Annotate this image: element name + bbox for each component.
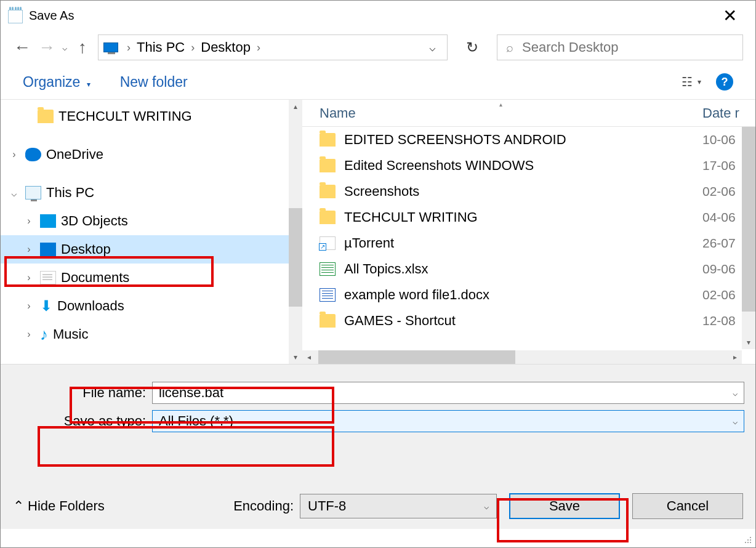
scroll-thumb[interactable] (289, 208, 302, 307)
cancel-button[interactable]: Cancel (632, 493, 743, 519)
help-icon[interactable]: ? (716, 73, 733, 91)
tree-item-3dobjects[interactable]: › 3D Objects (1, 207, 302, 235)
computer-icon (25, 186, 41, 199)
hide-folders-button[interactable]: ⌃ Hide Folders (13, 498, 105, 514)
tree-item-techcult[interactable]: TECHCULT WRITING (1, 102, 302, 131)
forward-icon[interactable]: → (38, 38, 56, 57)
tree-item-documents[interactable]: › Documents (1, 264, 302, 292)
tree-item-onedrive[interactable]: › OneDrive (1, 140, 302, 169)
new-folder-button[interactable]: New folder (120, 74, 188, 91)
chevron-right-icon[interactable]: › (253, 41, 264, 54)
up-icon[interactable]: ↑ (73, 38, 92, 57)
scroll-thumb[interactable] (318, 350, 515, 364)
folder-icon (38, 110, 54, 123)
back-icon[interactable]: ← (13, 38, 31, 57)
scroll-right-icon[interactable]: ▸ (728, 353, 742, 361)
monitor-icon (103, 42, 118, 52)
chevron-right-icon[interactable]: › (123, 41, 134, 54)
file-name: EDITED SCREENSHOTS ANDROID (344, 132, 702, 148)
filename-input[interactable]: license.bat ⌵ (152, 382, 744, 404)
search-box[interactable]: ⌕ (497, 34, 743, 60)
history-dropdown-icon[interactable]: ⌵ (62, 42, 67, 52)
file-row[interactable]: Edited Screenshots WINDOWS 17-06 (302, 153, 755, 179)
expand-icon[interactable]: › (23, 329, 35, 340)
view-options-button[interactable]: ☷ ▾ (682, 75, 701, 89)
address-bar[interactable]: › This PC › Desktop › ⌵ (98, 34, 448, 60)
tree-item-music[interactable]: › ♪ Music (1, 320, 302, 349)
file-icon (320, 159, 336, 172)
scroll-down-icon[interactable]: ▾ (742, 336, 755, 349)
combo-dropdown-icon[interactable]: ⌵ (484, 501, 489, 511)
file-name: Edited Screenshots WINDOWS (344, 158, 702, 174)
file-row[interactable]: µTorrent 26-07 (302, 230, 755, 256)
scroll-down-icon[interactable]: ▾ (289, 350, 302, 364)
breadcrumb-this-pc[interactable]: This PC (134, 39, 187, 55)
title-bar: Save As ✕ (1, 1, 755, 30)
address-dropdown-icon[interactable]: ⌵ (423, 41, 442, 54)
resize-grip-icon[interactable] (743, 535, 753, 545)
file-row[interactable]: Screenshots 02-06 (302, 179, 755, 204)
file-icon (320, 133, 336, 147)
toolbar: Organize ▾ New folder ☷ ▾ ? (1, 65, 755, 99)
breadcrumb-desktop[interactable]: Desktop (198, 39, 253, 55)
save-form: File name: license.bat ⌵ Save as type: A… (1, 364, 755, 529)
file-row[interactable]: All Topics.xlsx 09-06 (302, 256, 755, 282)
download-icon: ⬇ (40, 299, 52, 313)
file-list: ▴ Name Date r EDITED SCREENSHOTS ANDROID… (302, 100, 755, 364)
file-icon (320, 314, 336, 328)
refresh-icon[interactable]: ↻ (460, 39, 485, 56)
combo-dropdown-icon[interactable]: ⌵ (733, 388, 738, 398)
expand-icon[interactable]: › (23, 216, 35, 227)
file-name: TECHCULT WRITING (344, 209, 702, 225)
file-icon (320, 211, 336, 224)
expand-icon[interactable]: › (23, 244, 35, 255)
column-name[interactable]: Name (320, 105, 702, 121)
scroll-left-icon[interactable]: ◂ (302, 353, 316, 361)
caret-down-icon: ▾ (87, 80, 90, 89)
column-date[interactable]: Date r (702, 105, 755, 121)
scroll-thumb[interactable] (742, 127, 755, 312)
file-row[interactable]: TECHCULT WRITING 04-06 (302, 204, 755, 230)
file-icon (320, 262, 336, 276)
tree-label: Downloads (57, 298, 124, 314)
file-row[interactable]: EDITED SCREENSHOTS ANDROID 10-06 (302, 127, 755, 153)
tree-item-desktop[interactable]: › Desktop (1, 235, 302, 264)
expand-icon[interactable]: › (23, 300, 35, 312)
cube-icon (40, 214, 56, 228)
collapse-icon[interactable]: ⌵ (8, 187, 20, 199)
notepad-icon (8, 7, 23, 24)
scroll-up-icon[interactable]: ▴ (289, 100, 302, 113)
expand-icon[interactable]: › (8, 149, 20, 160)
savetype-select[interactable]: All Files (*.*) ⌵ (152, 410, 744, 432)
savetype-label: Save as type: (1, 413, 152, 429)
tree-label: OneDrive (46, 147, 103, 163)
save-button[interactable]: Save (509, 493, 620, 519)
file-hscrollbar[interactable]: ◂ ▸ (302, 350, 742, 364)
tree-item-downloads[interactable]: › ⬇ Downloads (1, 292, 302, 320)
tree-scrollbar[interactable]: ▴ ▾ (289, 100, 302, 364)
file-icon (320, 236, 336, 250)
encoding-select[interactable]: UTF-8 ⌵ (300, 494, 497, 518)
music-icon: ♪ (40, 328, 48, 341)
expand-icon[interactable]: › (23, 272, 35, 283)
sort-indicator-icon: ▴ (499, 101, 502, 108)
organize-button[interactable]: Organize ▾ (23, 74, 90, 91)
search-icon: ⌕ (506, 41, 513, 55)
close-icon[interactable]: ✕ (712, 6, 748, 26)
encoding-label: Encoding: (233, 498, 294, 514)
file-row[interactable]: GAMES - Shortcut 12-08 (302, 308, 755, 334)
cloud-icon (25, 148, 41, 161)
tree-label: Desktop (61, 241, 111, 257)
search-input[interactable] (522, 39, 734, 55)
file-list-header: Name Date r (302, 100, 755, 127)
file-vscrollbar[interactable]: ▾ (742, 127, 755, 349)
chevron-right-icon[interactable]: › (187, 41, 198, 54)
tree-item-thispc[interactable]: ⌵ This PC (1, 179, 302, 207)
filename-label: File name: (1, 385, 152, 401)
file-icon (320, 288, 336, 302)
file-row[interactable]: example word file1.docx 02-06 (302, 282, 755, 308)
combo-dropdown-icon[interactable]: ⌵ (733, 416, 738, 426)
tree-label: 3D Objects (61, 213, 128, 229)
folder-tree: TECHCULT WRITING › OneDrive ⌵ This PC › … (1, 100, 302, 364)
file-name: All Topics.xlsx (344, 261, 702, 277)
